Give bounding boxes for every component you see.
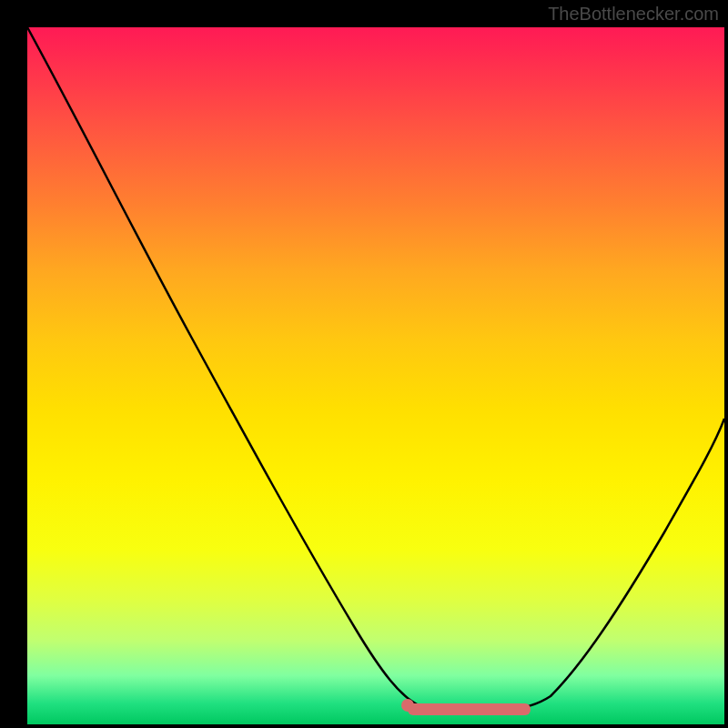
chart-svg bbox=[27, 27, 724, 724]
highlight-dot bbox=[401, 699, 414, 712]
watermark-text: TheBottlenecker.com bbox=[548, 4, 719, 25]
bottleneck-curve-line bbox=[27, 27, 724, 711]
chart-container bbox=[27, 27, 724, 724]
optimal-range-band bbox=[408, 703, 531, 715]
